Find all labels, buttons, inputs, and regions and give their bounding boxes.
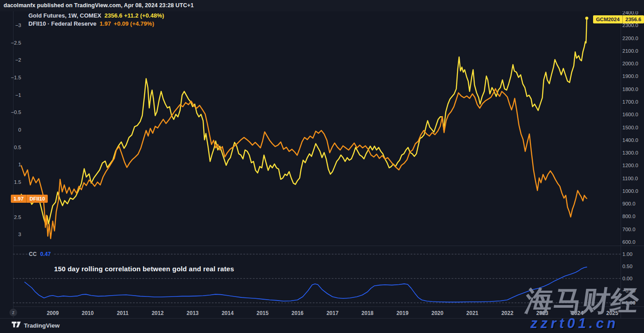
dfii-change: +0.09 (+4.79%) xyxy=(114,20,154,27)
cc-indicator-name: CC xyxy=(29,251,37,257)
dfii-price-badge: 1.97 DFII10 xyxy=(11,195,48,203)
dfii-badge-symbol: DFII10 xyxy=(26,195,48,203)
tradingview-published-chart: dacolmanfx published on TradingView.com,… xyxy=(0,0,644,333)
watermark-cjk: 海马财经 xyxy=(523,285,641,317)
dfii-value: 1.97 xyxy=(100,20,111,27)
right-price-scale[interactable] xyxy=(621,11,644,306)
dfii-badge-price: 1.97 xyxy=(11,195,26,203)
watermark-url: zzrt01.cn xyxy=(530,315,619,332)
timezone-button[interactable]: z xyxy=(9,309,17,316)
tradingview-logo-icon xyxy=(12,321,21,330)
publish-bar: dacolmanfx published on TradingView.com,… xyxy=(0,0,644,11)
gold-badge-price: 2356.6 xyxy=(622,15,644,23)
gold-badge-symbol: GCM2024 xyxy=(593,15,622,23)
tradingview-attribution[interactable]: TradingView xyxy=(12,321,59,330)
gold-values: 2356.6 +11.2 (+0.48%) xyxy=(105,12,164,19)
gold-price-badge: GCM2024 2356.6 xyxy=(593,15,644,23)
legend-row-dfii[interactable]: DFII10 · Federal Reserve1.97+0.09 (+4.79… xyxy=(28,20,164,28)
dfii-symbol-label: DFII10 · Federal Reserve xyxy=(28,20,96,27)
publish-info-link[interactable]: dacolmanfx published on TradingView.com,… xyxy=(4,2,194,9)
left-price-scale[interactable] xyxy=(0,11,13,306)
main-plot-area[interactable] xyxy=(13,11,621,246)
chart-text-annotation: 150 day rolling correlation between gold… xyxy=(54,265,234,273)
tradingview-brand-label: TradingView xyxy=(24,322,59,329)
legend-row-gold[interactable]: Gold Futures, 1W, COMEX2356.6 +11.2 (+0.… xyxy=(28,12,164,20)
legend: Gold Futures, 1W, COMEX2356.6 +11.2 (+0.… xyxy=(28,12,164,28)
gold-symbol-label: Gold Futures, 1W, COMEX xyxy=(28,12,101,19)
cc-indicator-legend[interactable]: CC0.47 xyxy=(28,251,54,258)
cc-indicator-value: 0.47 xyxy=(40,251,50,257)
